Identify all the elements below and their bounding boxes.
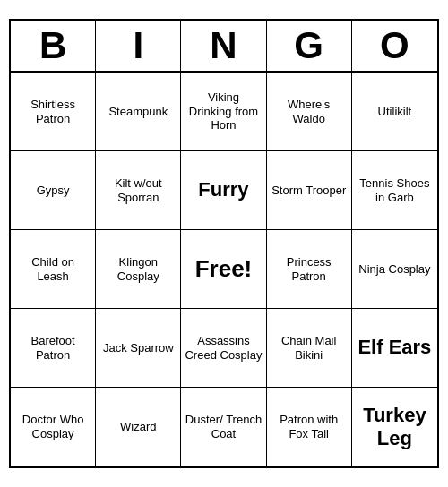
bingo-cell-21[interactable]: Wizard xyxy=(96,388,181,466)
bingo-cell-11[interactable]: Klingon Cosplay xyxy=(96,230,181,309)
bingo-cell-18[interactable]: Chain Mail Bikini xyxy=(267,309,352,388)
bingo-letter-n: N xyxy=(181,21,266,71)
bingo-grid: Shirtless PatronSteampunkViking Drinking… xyxy=(11,73,437,466)
bingo-cell-2[interactable]: Viking Drinking from Horn xyxy=(181,73,266,151)
bingo-letter-b: B xyxy=(11,21,96,71)
bingo-cell-15[interactable]: Barefoot Patron xyxy=(11,309,96,388)
bingo-cell-17[interactable]: Assassins Creed Cosplay xyxy=(181,309,266,388)
bingo-cell-14[interactable]: Ninja Cosplay xyxy=(352,230,437,309)
bingo-cell-8[interactable]: Storm Trooper xyxy=(267,151,352,230)
bingo-cell-23[interactable]: Patron with Fox Tail xyxy=(267,388,352,466)
bingo-header: BINGO xyxy=(11,21,437,73)
bingo-cell-16[interactable]: Jack Sparrow xyxy=(96,309,181,388)
bingo-cell-10[interactable]: Child on Leash xyxy=(11,230,96,309)
bingo-cell-12[interactable]: Free! xyxy=(181,230,266,309)
bingo-cell-9[interactable]: Tennis Shoes in Garb xyxy=(352,151,437,230)
bingo-cell-24[interactable]: Turkey Leg xyxy=(352,388,437,466)
bingo-letter-o: O xyxy=(352,21,437,71)
bingo-cell-13[interactable]: Princess Patron xyxy=(267,230,352,309)
bingo-cell-1[interactable]: Steampunk xyxy=(96,73,181,151)
bingo-cell-20[interactable]: Doctor Who Cosplay xyxy=(11,388,96,466)
bingo-letter-i: I xyxy=(96,21,181,71)
bingo-cell-7[interactable]: Furry xyxy=(181,151,266,230)
bingo-cell-4[interactable]: Utilikilt xyxy=(352,73,437,151)
bingo-cell-22[interactable]: Duster/ Trench Coat xyxy=(181,388,266,466)
bingo-card: BINGO Shirtless PatronSteampunkViking Dr… xyxy=(9,19,439,468)
bingo-cell-19[interactable]: Elf Ears xyxy=(352,309,437,388)
bingo-letter-g: G xyxy=(267,21,352,71)
bingo-cell-3[interactable]: Where's Waldo xyxy=(267,73,352,151)
bingo-cell-5[interactable]: Gypsy xyxy=(11,151,96,230)
bingo-cell-0[interactable]: Shirtless Patron xyxy=(11,73,96,151)
bingo-cell-6[interactable]: Kilt w/out Sporran xyxy=(96,151,181,230)
